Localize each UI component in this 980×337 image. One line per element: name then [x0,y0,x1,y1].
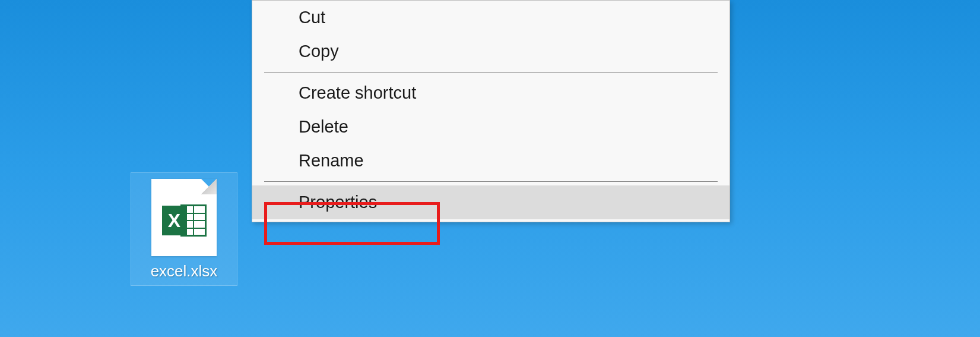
file-page-icon: X [151,179,217,256]
menu-item-label: Delete [299,117,348,136]
menu-item-label: Properties [299,193,377,212]
menu-item-copy[interactable]: Copy [252,34,730,68]
menu-separator [264,181,718,182]
menu-item-create-shortcut[interactable]: Create shortcut [252,76,730,110]
desktop-file-icon[interactable]: X excel.xlsx [131,172,237,286]
menu-item-properties[interactable]: Properties [252,185,730,219]
menu-item-label: Create shortcut [299,83,416,102]
excel-logo-icon: X [162,203,207,238]
menu-item-rename[interactable]: Rename [252,144,730,178]
menu-separator [264,72,718,73]
menu-item-label: Rename [299,151,364,170]
menu-item-label: Cut [299,8,325,27]
menu-item-delete[interactable]: Delete [252,110,730,144]
menu-item-label: Copy [299,42,339,61]
context-menu: Cut Copy Create shortcut Delete Rename P… [252,0,730,222]
file-icon-label: excel.xlsx [151,262,218,281]
menu-item-cut[interactable]: Cut [252,1,730,34]
excel-x-icon: X [162,206,187,235]
